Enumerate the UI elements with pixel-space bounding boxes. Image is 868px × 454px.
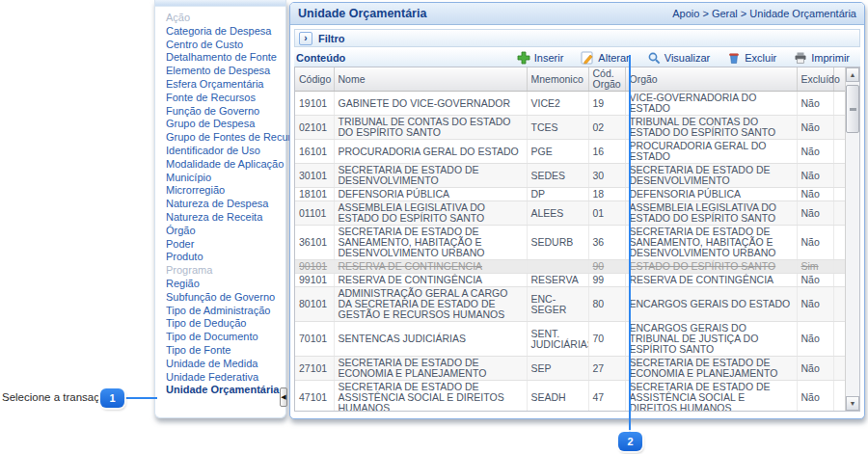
table-cell: DEFENSORIA PÚBLICA (625, 188, 797, 201)
table-cell: PROCURADORIA GERAL DO ESTADO (334, 140, 527, 164)
sidebar-item-unidade-orcamentaria[interactable]: Unidade Orçamentária (166, 384, 285, 397)
table-cell: 18 (588, 188, 625, 201)
view-magnifier-icon (647, 51, 661, 65)
table-cell: TRIBUNAL DE CONTAS DO ESTADO DO ESPÍRITO… (625, 116, 797, 140)
breadcrumb: Apoio > Geral > Unidade Orçamentária (672, 8, 856, 19)
table-cell: PGE (527, 140, 588, 164)
table-row[interactable]: 02101TRIBUNAL DE CONTAS DO ESTADO DO ESP… (295, 116, 845, 140)
sidebar-item-centro-de-custo[interactable]: Centro de Custo (166, 39, 285, 52)
sidebar-item-municipio[interactable]: Município (166, 172, 285, 185)
column-header[interactable]: Orgão (625, 67, 797, 92)
sidebar-item-elemento-de-despesa[interactable]: Elemento de Despesa (166, 65, 285, 78)
column-header[interactable]: Mnemonico (527, 67, 588, 92)
sidebar-item-esfera-orcamentaria[interactable]: Esfera Orçamentária (166, 78, 285, 92)
scroll-up-button[interactable]: ▲ (846, 67, 859, 82)
table-cell: RESERVA DE CONTINGENCIA (334, 260, 527, 274)
scroll-thumb[interactable] (846, 85, 859, 133)
sidebar-item-regiao[interactable]: Região (166, 278, 285, 291)
header-row: CódigoNomeMnemonicoCód. OrgãoOrgãoExcluí… (295, 67, 845, 92)
sidebar-item-natureza-de-despesa[interactable]: Natureza de Despesa (166, 198, 285, 211)
table-cell: SENTENCAS JUDICIÁRIAS (334, 322, 527, 357)
delete-trash-icon (727, 51, 741, 65)
sidebar-item-unidade-de-medida[interactable]: Unidade de Medida (166, 358, 285, 371)
sidebar-item-funcao-de-governo[interactable]: Função de Governo (166, 105, 285, 119)
table-row[interactable]: 18101DEFENSORIA PÚBLICADP18DEFENSORIA PÚ… (295, 188, 845, 201)
table-cell: VICE2 (527, 92, 588, 116)
table-cell (833, 357, 845, 381)
table-cell: Não (797, 357, 833, 381)
sidebar-item-grupo-de-fontes-de-recursos[interactable]: Grupo de Fontes de Recursos (166, 131, 285, 145)
column-header[interactable]: Nome (334, 67, 527, 92)
column-header[interactable]: Cód. Orgão (588, 67, 625, 92)
table-cell (833, 188, 845, 201)
filter-expand-icon[interactable]: › (299, 32, 312, 45)
table-cell: DEFENSORIA PÚBLICA (334, 188, 527, 201)
sidebar-item-tipo-de-deducao[interactable]: Tipo de Dedução (166, 317, 285, 331)
toolbar: InserirAlterarVisualizarExcluirImprimir (508, 50, 858, 66)
sidebar-item-tipo-de-documento[interactable]: Tipo de Documento (166, 331, 285, 344)
sidebar-collapse-handle[interactable]: ◀ (280, 387, 287, 407)
table-cell: 70 (588, 322, 625, 357)
sidebar-item-detalhamento-de-fonte[interactable]: Detalhamento de Fonte (166, 51, 285, 65)
table-cell: Não (797, 164, 833, 188)
table-row[interactable]: 80101ADMINISTRAÇÃO GERAL A CARGO DA SECR… (295, 287, 845, 322)
sidebar-item-natureza-de-receita[interactable]: Natureza de Receita (166, 211, 285, 225)
sidebar-item-identificador-de-uso[interactable]: Identificador de Uso (166, 145, 285, 158)
table-cell: RESERVA DE CONTINGÊNCIA (334, 274, 527, 287)
table-row[interactable]: 30101SECRETARIA DE ESTADO DE DESENVOLVIM… (295, 164, 845, 188)
table-cell: 36101 (295, 226, 334, 260)
sidebar-item-subfuncao-de-governo[interactable]: Subfunção de Governo (166, 291, 285, 305)
imprimir-button[interactable]: Imprimir (785, 50, 858, 66)
table-cell: 16101 (295, 140, 334, 164)
sidebar-item-produto[interactable]: Produto (166, 251, 285, 264)
column-header[interactable]: Excluído (797, 67, 833, 92)
table-row[interactable]: 36101SECRETARIA DE ESTADO DE SANEAMENTO,… (295, 226, 845, 260)
table-cell: SECRETARIA DE ESTADO DE SANEAMENTO, HABI… (625, 226, 797, 260)
table-cell: ESTADO DO ESPÍRITO SANTO (625, 260, 797, 274)
sidebar-item-poder[interactable]: Poder (166, 238, 285, 252)
scroll-up-arrow-icon: ▲ (850, 71, 856, 78)
sidebar-item-categoria-de-despesa[interactable]: Categoria de Despesa (166, 25, 285, 39)
sidebar-items: AçãoCategoria de DespesaCentro de CustoD… (155, 7, 285, 397)
sidebar-item-microrregiao[interactable]: Microrregião (166, 184, 285, 198)
table-cell: 30 (588, 164, 625, 188)
scroll-down-button[interactable]: ▼ (846, 396, 859, 411)
table-cell: SECRETARIA DE ESTADO DE SANEAMENTO, HABI… (334, 226, 527, 260)
table-row[interactable]: 99101RESERVA DE CONTINGÊNCIARESERVA99RES… (295, 274, 845, 287)
edit-pencil-icon (581, 51, 594, 65)
sidebar-item-modalidade-de-aplicacao[interactable]: Modalidade de Aplicação (166, 158, 285, 172)
table-row[interactable]: 19101GABINETE DO VICE-GOVERNADORVICE219V… (295, 92, 845, 116)
table-cell (833, 322, 845, 357)
sidebar-item-fonte-de-recursos[interactable]: Fonte de Recursos (166, 92, 285, 105)
table-cell: Não (797, 287, 833, 322)
table-cell: ALEES (527, 201, 588, 226)
table-row[interactable]: 47101SECRETARIA DE ESTADO DE ASSISTÊNCIA… (295, 381, 845, 412)
table-cell: SECRETARIA DE ESTADO DE ASSISTÊNCIA SOCI… (334, 381, 527, 412)
table-cell (833, 164, 845, 188)
table-cell: 90 (588, 260, 625, 274)
grid-area: CódigoNomeMnemonicoCód. OrgãoOrgãoExcluí… (295, 67, 845, 411)
table-row[interactable]: 27101SECRETARIA DE ESTADO DE ECONOMIA E … (295, 357, 845, 381)
table-row[interactable]: 90101RESERVA DE CONTINGENCIA90ESTADO DO … (295, 260, 845, 274)
table-row[interactable]: 70101SENTENCAS JUDICIÁRIASSENT. JUDICIÁR… (295, 322, 845, 357)
excluir-button[interactable]: Excluir (719, 50, 785, 66)
inserir-button[interactable]: Inserir (508, 50, 573, 66)
table-cell: SEDES (527, 164, 588, 188)
unidade-orcamentaria-table: CódigoNomeMnemonicoCód. OrgãoOrgãoExcluí… (295, 67, 845, 411)
table-row[interactable]: 01101ASSEMBLEIA LEGISLATIVA DO ESTADO DO… (295, 201, 845, 226)
sidebar-item-orgao[interactable]: Órgão (166, 225, 285, 238)
visualizar-button[interactable]: Visualizar (638, 50, 719, 66)
sidebar-item-tipo-de-fonte[interactable]: Tipo de Fonte (166, 344, 285, 358)
table-scrollbar[interactable]: ▲ ▼ (845, 67, 859, 411)
column-header[interactable]: Código (295, 67, 334, 92)
sidebar-item-tipo-de-administracao[interactable]: Tipo de Administração (166, 305, 285, 318)
table-body: 19101GABINETE DO VICE-GOVERNADORVICE219V… (295, 92, 845, 412)
table-cell: SECRETARIA DE ESTADO DE DESENVOLVIMENTO (334, 164, 527, 188)
page-title: Unidade Orçamentária (298, 7, 672, 20)
table-cell: Não (797, 274, 833, 287)
sidebar-item-unidade-federativa[interactable]: Unidade Federativa (166, 371, 285, 385)
scroll-down-arrow-icon: ▼ (850, 400, 856, 407)
table-row[interactable]: 16101PROCURADORIA GERAL DO ESTADOPGE16PR… (295, 140, 845, 164)
sidebar-item-grupo-de-despesa[interactable]: Grupo de Despesa (166, 118, 285, 131)
table-cell: SEDURB (527, 226, 588, 260)
